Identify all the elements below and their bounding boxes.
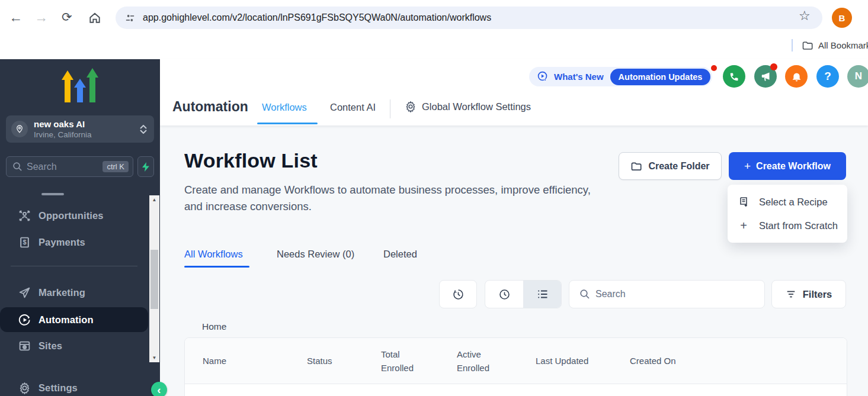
opportunities-icon (18, 210, 31, 222)
menu-item-select-recipe[interactable]: Select a Recipe (728, 190, 847, 214)
sidebar-item-label: Sites (39, 340, 62, 352)
sidebar-search-input[interactable] (27, 162, 89, 172)
notification-dot (711, 65, 717, 71)
bookmark-star-icon[interactable]: ☆ (799, 8, 811, 24)
tab-content-ai[interactable]: Content AI (330, 102, 376, 113)
gear-icon (18, 382, 31, 394)
scrollbar-up-icon[interactable]: ▲ (149, 195, 159, 204)
global-workflow-settings-label: Global Workflow Settings (422, 101, 531, 112)
sidebar-item-label: Opportunities (39, 210, 103, 221)
column-header-active-enrolled[interactable]: Active Enrolled (457, 347, 499, 375)
sidebar-item-opportunities[interactable]: Opportunities (0, 203, 148, 228)
column-header-status[interactable]: Status (307, 354, 381, 368)
create-folder-button[interactable]: Create Folder (619, 152, 722, 180)
sidebar-item-label: Marketing (39, 287, 85, 298)
column-header-created-on[interactable]: Created On (630, 354, 676, 368)
sidebar-item-marketing[interactable]: Marketing (0, 280, 148, 305)
all-bookmarks-label[interactable]: All Bookmarks (818, 40, 868, 50)
whats-new-label: What's New (554, 72, 604, 82)
bookmarks-folder-icon[interactable] (802, 40, 813, 54)
app-header: What's New Automation Updates ? N Automa… (160, 59, 868, 125)
bell-button[interactable] (785, 65, 808, 88)
announcement-icon (537, 70, 549, 83)
chevron-up-down-icon (140, 125, 147, 134)
history-icon (452, 288, 465, 301)
workflow-search[interactable] (569, 280, 765, 308)
tab-all-workflows[interactable]: All Workflows (184, 249, 243, 260)
sidebar-item-label: Payments (39, 237, 85, 248)
column-header-name[interactable]: Name (203, 354, 307, 368)
reload-icon[interactable]: ⟳ (62, 8, 72, 26)
location-switcher[interactable]: new oaks AI Irvine, California (6, 115, 154, 143)
menu-item-label: Select a Recipe (759, 197, 828, 208)
active-tab-underline (257, 123, 318, 124)
sidebar-item-payments[interactable]: $ Payments (0, 230, 148, 255)
clock-icon (498, 288, 511, 301)
page-title: Workflow List (184, 149, 318, 172)
sidebar: new oaks AI Irvine, California ctrl K (0, 59, 160, 396)
site-settings-icon[interactable] (124, 12, 136, 24)
search-icon (579, 289, 590, 300)
shortcut-badge: ctrl K (103, 161, 129, 172)
avatar-initial: N (855, 70, 862, 82)
create-workflow-label: Create Workflow (756, 161, 831, 172)
breadcrumb[interactable]: Home (202, 321, 226, 332)
whats-new-group[interactable]: What's New Automation Updates (529, 67, 712, 86)
workflow-search-input[interactable] (595, 289, 744, 300)
filter-icon (786, 289, 796, 300)
plus-icon: + (744, 160, 751, 173)
view-toggle (485, 280, 562, 308)
user-avatar[interactable]: N (847, 65, 868, 88)
sites-icon (18, 340, 31, 352)
column-header-last-updated[interactable]: Last Updated (536, 354, 630, 368)
global-workflow-settings-link[interactable]: Global Workflow Settings (405, 101, 531, 112)
page-section-title: Automation (172, 99, 248, 115)
content-area: Workflow List Create and manage Workflow… (160, 125, 868, 396)
workflow-table: Name Status Total Enrolled Active Enroll… (184, 337, 847, 396)
forward-icon[interactable]: → (34, 8, 48, 26)
tab-deleted[interactable]: Deleted (383, 249, 417, 260)
gohighlevel-logo (61, 68, 99, 107)
back-icon[interactable]: ← (9, 8, 23, 26)
browser-chrome: ← → ⟳ app.gohighlevel.com/v2/location/ln… (0, 0, 868, 59)
sidebar-scrollbar-thumb[interactable] (150, 250, 158, 309)
payments-icon: $ (18, 236, 31, 249)
automation-updates-badge[interactable]: Automation Updates (610, 69, 711, 85)
create-folder-label: Create Folder (648, 161, 709, 172)
notification-dot (770, 63, 777, 70)
filters-label: Filters (803, 289, 832, 300)
folder-icon (630, 160, 642, 172)
menu-item-start-from-scratch[interactable]: + Start from Scratch (728, 214, 847, 237)
menu-item-label: Start from Scratch (759, 220, 838, 231)
url-bar[interactable]: app.gohighlevel.com/v2/location/lnPS691g… (116, 7, 822, 29)
scrollbar-down-icon[interactable]: ▼ (149, 353, 159, 362)
sidebar-item-settings[interactable]: Settings (0, 375, 148, 396)
time-view-button[interactable] (485, 281, 523, 308)
home-icon[interactable] (88, 11, 101, 28)
sidebar-item-automation[interactable]: Automation (0, 307, 148, 332)
tab-workflows[interactable]: Workflows (262, 102, 307, 113)
search-icon (12, 162, 23, 172)
filters-button[interactable]: Filters (771, 280, 846, 308)
sidebar-divider (11, 266, 137, 266)
sidebar-collapse-button[interactable]: ‹ (151, 382, 167, 396)
sidebar-item-label: Settings (39, 382, 78, 394)
execution-logs-button[interactable] (439, 280, 477, 308)
plus-icon: + (738, 219, 749, 233)
sidebar-scrollbar[interactable]: ▲ ▼ (149, 195, 159, 362)
header-divider (390, 99, 390, 118)
quick-actions-button[interactable] (137, 156, 154, 177)
list-view-button[interactable] (523, 281, 561, 308)
browser-profile-avatar[interactable]: B (832, 8, 852, 28)
create-workflow-button[interactable]: + Create Workflow (729, 152, 846, 180)
help-button[interactable]: ? (816, 65, 839, 88)
active-tab-underline (184, 266, 249, 268)
gear-icon (405, 101, 417, 112)
tab-needs-review[interactable]: Needs Review (0) (277, 249, 354, 260)
sidebar-item-sites[interactable]: Sites (0, 333, 148, 358)
sidebar-search[interactable]: ctrl K (6, 156, 133, 177)
phone-button[interactable] (723, 65, 745, 88)
column-header-total-enrolled[interactable]: Total Enrolled (381, 347, 424, 375)
marketing-icon (18, 286, 31, 299)
automation-icon (18, 314, 31, 326)
